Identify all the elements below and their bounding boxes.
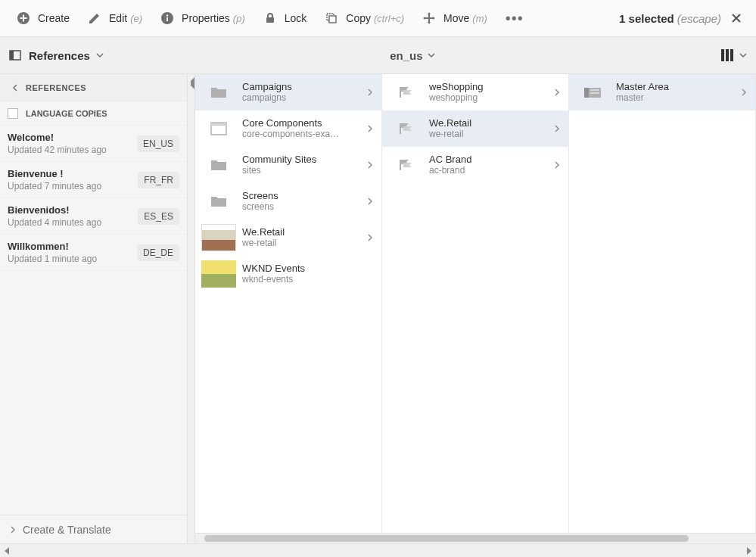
scroll-right-icon	[747, 547, 751, 555]
edit-button[interactable]: Edit (e)	[79, 0, 151, 36]
chevron-right-icon	[739, 89, 749, 96]
copy-meta: Willkommen! Updated 1 minute ago	[8, 241, 137, 264]
column-item[interactable]: We.Retailwe-retail	[382, 110, 568, 147]
chevron-right-icon	[552, 161, 562, 169]
lock-button[interactable]: Lock	[254, 0, 316, 36]
properties-button[interactable]: Properties (p)	[151, 0, 254, 36]
chevron-right-icon	[552, 125, 562, 132]
item-title: AC Brand	[429, 154, 552, 165]
svg-rect-19	[584, 88, 589, 98]
horizontal-scrollbar[interactable]	[195, 533, 756, 543]
item-name: core-components-exa…	[242, 129, 365, 139]
locale-badge[interactable]: DE_DE	[137, 244, 179, 261]
column-item[interactable]: Community Sitessites	[195, 147, 381, 183]
item-meta: Core Componentscore-components-exa…	[242, 117, 365, 139]
column-item[interactable]: WKND Eventswknd-events	[195, 256, 381, 292]
locale-badge[interactable]: FR_FR	[138, 172, 179, 188]
item-meta: WKND Eventswknd-events	[242, 263, 365, 285]
svg-rect-8	[329, 16, 336, 23]
locale-badge[interactable]: ES_ES	[138, 208, 179, 225]
rail-splitter[interactable]	[188, 74, 195, 543]
move-button[interactable]: Move (m)	[413, 0, 496, 36]
scrollbar-thumb[interactable]	[204, 535, 689, 542]
move-hint: (m)	[472, 13, 487, 24]
selection-info: 1 selected (escape)	[619, 11, 748, 26]
language-copies-list: Welcome! Updated 42 minutes ago EN_US Bi…	[0, 126, 187, 515]
copy-updated: Updated 7 minutes ago	[8, 181, 138, 191]
item-meta: Screensscreens	[242, 190, 365, 212]
chevron-right-icon	[365, 89, 375, 96]
item-title: We.Retail	[429, 117, 552, 129]
language-copy-row[interactable]: Bienvenue ! Updated 7 minutes ago FR_FR	[0, 162, 187, 198]
rail-toggle-button[interactable]: References	[9, 49, 104, 62]
secondary-bar: References en_us	[0, 37, 756, 74]
select-all-checkbox[interactable]	[8, 108, 18, 119]
chevron-right-icon	[365, 161, 375, 169]
breadcrumb-button[interactable]: en_us	[104, 49, 721, 62]
svg-rect-17	[211, 123, 226, 126]
item-title: Campaigns	[242, 81, 365, 92]
copy-meta: Bienvenidos! Updated 4 minutes ago	[8, 204, 138, 228]
item-name: screens	[242, 201, 365, 212]
chevron-right-icon	[365, 125, 375, 132]
copy-meta: Welcome! Updated 42 minutes ago	[8, 132, 137, 155]
column-item[interactable]: AC Brandac-brand	[382, 147, 568, 183]
column-item[interactable]: We.Retailwe-retail	[195, 219, 381, 256]
item-meta: We.Retailwe-retail	[429, 117, 552, 139]
rail-back-button[interactable]	[9, 84, 21, 92]
column-item[interactable]: Master Areamaster	[569, 74, 755, 110]
rail-toggle-label: References	[29, 49, 90, 62]
close-icon	[730, 12, 742, 24]
create-translate-button[interactable]: Create & Translate	[0, 515, 187, 543]
copy-icon	[325, 11, 338, 25]
chevron-right-icon	[552, 89, 562, 96]
svg-rect-12	[10, 51, 14, 60]
item-meta: We.Retailwe-retail	[242, 226, 365, 248]
more-button[interactable]: •••	[496, 0, 533, 36]
column-item[interactable]: Core Componentscore-components-exa…	[195, 110, 381, 147]
copy-button[interactable]: Copy (ctrl+c)	[316, 0, 413, 36]
move-icon	[422, 11, 436, 25]
item-name: we-retail	[429, 129, 552, 139]
pencil-icon	[88, 11, 101, 25]
item-meta: Community Sitessites	[242, 154, 365, 176]
window-scrollbar[interactable]	[0, 543, 756, 557]
copy-title: Willkommen!	[8, 241, 137, 252]
page-thumbnail	[201, 224, 236, 251]
chevron-right-icon	[365, 234, 375, 241]
svg-rect-15	[730, 49, 733, 61]
create-button[interactable]: Create	[8, 0, 79, 36]
rail-header-label: REFERENCES	[26, 83, 86, 92]
column-item[interactable]: weShoppingweshopping	[382, 74, 568, 110]
template-icon	[201, 115, 236, 142]
chevron-right-icon	[9, 526, 17, 534]
language-copy-row[interactable]: Welcome! Updated 42 minutes ago EN_US	[0, 126, 187, 162]
create-label: Create	[38, 12, 70, 24]
deselect-button[interactable]	[729, 11, 744, 26]
item-name: wknd-events	[242, 274, 365, 285]
view-switch-button[interactable]	[721, 49, 747, 61]
item-meta: Master Areamaster	[616, 81, 739, 103]
language-copy-row[interactable]: Willkommen! Updated 1 minute ago DE_DE	[0, 235, 187, 271]
folder-icon	[201, 188, 236, 215]
breadcrumb-label: en_us	[390, 49, 422, 62]
locale-badge[interactable]: EN_US	[137, 135, 179, 152]
chevron-down-icon	[428, 51, 435, 59]
folder-icon	[201, 151, 236, 179]
copy-hint: (ctrl+c)	[374, 13, 404, 24]
properties-label: Properties	[182, 12, 230, 24]
edit-label: Edit	[109, 12, 127, 24]
item-name: ac-brand	[429, 165, 552, 176]
lock-label: Lock	[285, 12, 307, 24]
column: weShoppingweshoppingWe.Retailwe-retailAC…	[382, 74, 569, 543]
language-copy-row[interactable]: Bienvenidos! Updated 4 minutes ago ES_ES	[0, 198, 187, 235]
references-rail: REFERENCES LANGUAGE COPIES Welcome! Upda…	[0, 74, 188, 543]
chevron-left-icon	[11, 84, 19, 92]
move-label: Move	[443, 12, 469, 24]
column-item[interactable]: Screensscreens	[195, 183, 381, 219]
copy-updated: Updated 4 minutes ago	[8, 217, 138, 228]
copy-meta: Bienvenue ! Updated 7 minutes ago	[8, 168, 138, 191]
ellipsis-icon: •••	[506, 10, 524, 27]
column-item[interactable]: Campaignscampaigns	[195, 74, 381, 110]
item-title: Core Components	[242, 117, 365, 129]
